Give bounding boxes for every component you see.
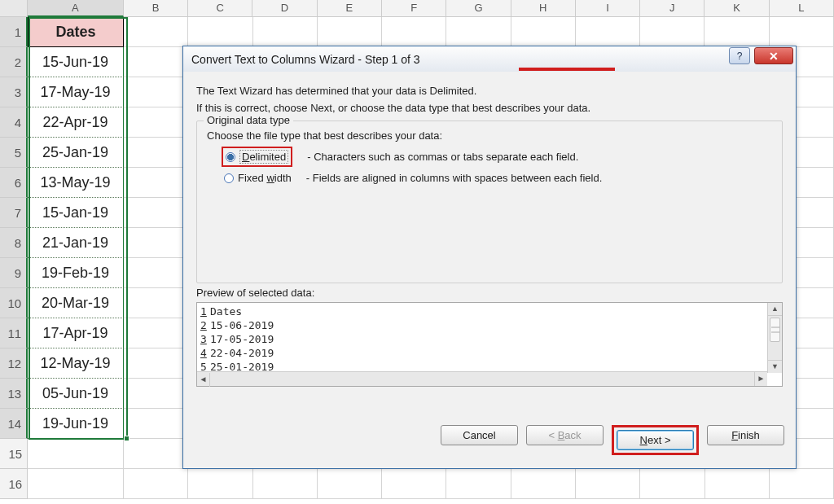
cell-A10[interactable]: 20-Mar-19 (28, 288, 124, 318)
cell-A11[interactable]: 17-Apr-19 (28, 318, 124, 348)
scroll-right-icon[interactable]: ► (754, 372, 767, 386)
cancel-button[interactable]: Cancel (441, 425, 518, 445)
row-head-12[interactable]: 12 (0, 348, 28, 379)
row-head-13[interactable]: 13 (0, 379, 28, 409)
next-highlight-annotation: Next > (612, 425, 699, 455)
row-head-7[interactable]: 7 (0, 198, 28, 228)
col-head-A[interactable]: A (28, 0, 124, 17)
col-head-K[interactable]: K (705, 0, 769, 17)
cell-E16[interactable] (318, 469, 382, 499)
cell-B10[interactable] (124, 288, 188, 318)
preview-horizontal-scrollbar[interactable]: ◄ ► (197, 371, 767, 386)
row-head-2[interactable]: 2 (0, 47, 28, 77)
row-head-16[interactable]: 16 (0, 469, 28, 499)
row-head-11[interactable]: 11 (0, 318, 28, 348)
cell-A15[interactable] (28, 439, 124, 469)
cell-B16[interactable] (124, 469, 188, 499)
cell-B11[interactable] (124, 318, 188, 348)
col-head-G[interactable]: G (446, 0, 511, 17)
radio-delimited[interactable]: Delimited (226, 150, 288, 164)
next-button[interactable]: Next > (617, 430, 694, 450)
cell-A12[interactable]: 12-May-19 (28, 348, 124, 379)
row-head-6[interactable]: 6 (0, 168, 28, 198)
cell-F1[interactable] (382, 17, 446, 47)
intro-text-1: The Text Wizard has determined that your… (196, 85, 783, 97)
cell-H1[interactable] (511, 17, 576, 47)
cell-D16[interactable] (253, 469, 318, 499)
col-head-F[interactable]: F (382, 0, 446, 17)
dialog-titlebar[interactable]: Convert Text to Columns Wizard - Step 1 … (183, 46, 796, 72)
scroll-left-icon[interactable]: ◄ (197, 373, 210, 387)
row-head-8[interactable]: 8 (0, 228, 28, 258)
preview-row: 317-05-2019 (200, 332, 779, 346)
cell-A8[interactable]: 21-Jan-19 (28, 228, 124, 258)
cell-B3[interactable] (124, 77, 188, 107)
col-head-I[interactable]: I (576, 0, 640, 17)
row-head-3[interactable]: 3 (0, 77, 28, 107)
cell-B4[interactable] (124, 107, 188, 138)
row-head-14[interactable]: 14 (0, 409, 28, 439)
cell-B12[interactable] (124, 348, 188, 379)
cell-G1[interactable] (446, 17, 511, 47)
cell-L16[interactable] (770, 469, 834, 499)
row-head-1[interactable]: 1 (0, 17, 28, 47)
preview-vertical-scrollbar[interactable]: ▲ ▼ (767, 303, 782, 373)
cell-B8[interactable] (124, 228, 188, 258)
col-head-J[interactable]: J (640, 0, 705, 17)
cell-A3[interactable]: 17-May-19 (28, 77, 124, 107)
cell-A14[interactable]: 19-Jun-19 (28, 409, 124, 439)
cell-A9[interactable]: 19-Feb-19 (28, 258, 124, 288)
cell-I16[interactable] (576, 469, 640, 499)
radio-fixed-width[interactable]: Fixed width (224, 172, 292, 184)
cell-B2[interactable] (124, 47, 188, 77)
scroll-thumb[interactable] (770, 318, 780, 342)
cell-B9[interactable] (124, 258, 188, 288)
col-head-C[interactable]: C (188, 0, 252, 17)
cell-J16[interactable] (640, 469, 705, 499)
col-head-H[interactable]: H (511, 0, 576, 17)
col-head-B[interactable]: B (124, 0, 188, 17)
cell-A6[interactable]: 13-May-19 (28, 168, 124, 198)
cell-K16[interactable] (705, 469, 770, 499)
row-head-4[interactable]: 4 (0, 107, 28, 138)
cell-B1[interactable] (124, 17, 188, 47)
cell-A5[interactable]: 25-Jan-19 (28, 138, 124, 168)
col-head-D[interactable]: D (252, 0, 317, 17)
cell-C1[interactable] (188, 17, 252, 47)
cell-A13[interactable]: 05-Jun-19 (28, 379, 124, 409)
col-head-L[interactable]: L (770, 0, 834, 17)
select-all-corner[interactable] (0, 0, 28, 17)
cell-G16[interactable] (446, 469, 511, 499)
cell-B6[interactable] (124, 168, 188, 198)
row-head-9[interactable]: 9 (0, 258, 28, 288)
cell-A7[interactable]: 15-Jan-19 (28, 198, 124, 228)
cell-F16[interactable] (382, 469, 446, 499)
cell-B15[interactable] (124, 439, 188, 469)
cell-B5[interactable] (124, 138, 188, 168)
scroll-down-icon[interactable]: ▼ (768, 360, 782, 373)
cell-E1[interactable] (318, 17, 382, 47)
cell-A2[interactable]: 15-Jun-19 (28, 47, 124, 77)
cell-H16[interactable] (511, 469, 576, 499)
close-button[interactable]: ✕ (754, 47, 793, 64)
intro-text-2: If this is correct, choose Next, or choo… (196, 102, 783, 114)
scroll-up-icon[interactable]: ▲ (768, 303, 782, 316)
cell-I1[interactable] (576, 17, 640, 47)
cell-B14[interactable] (124, 409, 188, 439)
cell-B13[interactable] (124, 379, 188, 409)
help-button[interactable]: ? (729, 47, 750, 64)
cell-A1[interactable]: Dates (28, 17, 124, 47)
col-head-E[interactable]: E (318, 0, 382, 17)
cell-B7[interactable] (124, 198, 188, 228)
row-head-10[interactable]: 10 (0, 288, 28, 318)
cell-C16[interactable] (188, 469, 252, 499)
cell-A16[interactable] (28, 469, 124, 499)
cell-J1[interactable] (640, 17, 705, 47)
row-head-15[interactable]: 15 (0, 439, 28, 469)
cell-K1[interactable] (705, 17, 769, 47)
cell-A4[interactable]: 22-Apr-19 (28, 107, 124, 138)
row-head-5[interactable]: 5 (0, 138, 28, 168)
cell-D1[interactable] (253, 17, 318, 47)
finish-button[interactable]: Finish (707, 425, 784, 445)
cell-L1[interactable] (770, 17, 834, 47)
